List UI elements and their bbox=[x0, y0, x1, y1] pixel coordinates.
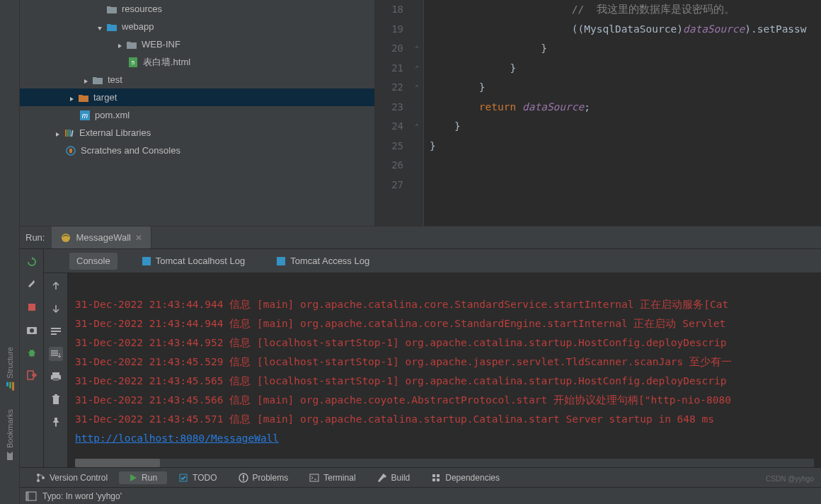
svg-rect-29 bbox=[53, 378, 59, 381]
web-folder-icon bbox=[106, 21, 117, 33]
console-tab[interactable]: Console bbox=[69, 253, 117, 270]
deps-icon bbox=[431, 473, 441, 483]
svg-rect-20 bbox=[277, 257, 285, 265]
log-icon bbox=[276, 256, 286, 266]
svg-rect-1 bbox=[9, 382, 11, 389]
run-config-tab[interactable]: MessageWall ✕ bbox=[52, 227, 151, 248]
svg-rect-39 bbox=[243, 479, 244, 481]
tree-label: target bbox=[93, 92, 117, 103]
camera-button[interactable] bbox=[25, 323, 39, 337]
todo-icon bbox=[178, 473, 188, 483]
tree-item-test[interactable]: test bbox=[20, 71, 374, 88]
svg-rect-9 bbox=[69, 130, 71, 137]
terminal-icon bbox=[309, 474, 319, 482]
svg-rect-8 bbox=[67, 130, 69, 137]
folder-icon bbox=[92, 74, 103, 86]
tree-item-webapp[interactable]: webapp bbox=[20, 18, 374, 35]
console-tabs: Console Tomcat Localhost Log Tomcat Acce… bbox=[44, 249, 821, 273]
tree-item-html[interactable]: 5表白墙.html bbox=[20, 53, 374, 71]
tree-label: External Libraries bbox=[79, 127, 151, 138]
run-panel-header: Run: MessageWall ✕ bbox=[20, 227, 821, 249]
tree-item-pom[interactable]: mpom.xml bbox=[20, 106, 374, 124]
svg-rect-19 bbox=[142, 257, 151, 265]
wrench-button[interactable] bbox=[25, 277, 39, 292]
tree-item-libraries[interactable]: External Libraries bbox=[20, 124, 374, 142]
access-log-tab[interactable]: Tomcat Access Log bbox=[269, 253, 377, 270]
clear-button[interactable] bbox=[49, 392, 63, 406]
exit-button[interactable] bbox=[25, 368, 39, 382]
svg-point-16 bbox=[30, 328, 34, 333]
collapse-arrow-icon[interactable] bbox=[116, 41, 123, 48]
tree-label: test bbox=[108, 74, 122, 85]
console-toolbar bbox=[44, 273, 68, 467]
status-icon[interactable] bbox=[25, 491, 37, 501]
build-tool[interactable]: Build bbox=[367, 471, 420, 484]
pin-button[interactable] bbox=[49, 415, 63, 429]
svg-rect-46 bbox=[26, 492, 29, 500]
scratches-icon bbox=[65, 145, 76, 156]
fold-gutter[interactable]: ⌃ ⌃ ⌃ ⌃ bbox=[411, 0, 423, 226]
svg-point-34 bbox=[37, 479, 40, 482]
project-tree[interactable]: resources webapp WEB-INF 5表白墙.html test … bbox=[20, 0, 375, 226]
run-tool[interactable]: Run bbox=[119, 471, 167, 484]
svg-rect-43 bbox=[432, 479, 435, 481]
svg-rect-23 bbox=[51, 333, 57, 335]
rerun-button[interactable] bbox=[25, 255, 39, 269]
watermark: CSDN @yyhgo bbox=[766, 475, 814, 483]
scroll-down-button[interactable] bbox=[49, 302, 63, 316]
soft-wrap-button[interactable] bbox=[49, 324, 63, 338]
stop-button[interactable] bbox=[25, 300, 39, 314]
code-content[interactable]: // 我这里的数据库是设密码的。 ((MysqlDataSource)dataS… bbox=[423, 0, 821, 226]
left-tool-window-bar[interactable]: Structure Bookmarks bbox=[0, 0, 20, 504]
dependencies-tool[interactable]: Dependencies bbox=[421, 471, 510, 484]
run-toolbar-left bbox=[20, 249, 44, 467]
play-icon bbox=[129, 474, 137, 482]
horizontal-scrollbar[interactable] bbox=[75, 459, 814, 467]
code-editor[interactable]: 18 19 20 21 22 23 24 25 26 27 ⌃ ⌃ ⌃ ⌃ bbox=[375, 0, 821, 226]
structure-tool[interactable]: Structure bbox=[4, 347, 16, 392]
collapse-arrow-icon[interactable] bbox=[82, 76, 89, 84]
todo-tool[interactable]: TODO bbox=[168, 471, 226, 484]
tree-item-resources[interactable]: resources bbox=[20, 0, 374, 18]
scroll-up-button[interactable] bbox=[49, 279, 63, 293]
tree-label: 表白墙.html bbox=[143, 56, 190, 69]
server-url-link[interactable]: http://localhost:8080/MessageWall bbox=[75, 433, 279, 444]
vcs-icon bbox=[35, 473, 45, 483]
print-button[interactable] bbox=[49, 370, 63, 384]
close-tab-icon[interactable]: ✕ bbox=[135, 233, 142, 243]
target-folder-icon bbox=[78, 92, 89, 103]
tree-label: resources bbox=[122, 4, 162, 14]
svg-rect-7 bbox=[65, 130, 67, 137]
tree-label: WEB-INF bbox=[142, 39, 180, 50]
tree-item-webinf[interactable]: WEB-INF bbox=[20, 35, 374, 53]
expand-arrow-icon[interactable] bbox=[96, 23, 103, 30]
scroll-to-end-button[interactable] bbox=[49, 347, 63, 361]
svg-rect-12 bbox=[69, 149, 72, 153]
bug-update-button[interactable] bbox=[25, 345, 39, 360]
console-output[interactable]: 31-Dec-2022 21:43:44.944 信息 [main] org.a… bbox=[68, 273, 821, 456]
version-control-tool[interactable]: Version Control bbox=[25, 471, 117, 484]
collapse-arrow-icon[interactable] bbox=[54, 130, 61, 137]
svg-rect-14 bbox=[28, 304, 35, 311]
svg-rect-30 bbox=[53, 397, 59, 404]
bookmarks-tool[interactable]: Bookmarks bbox=[4, 409, 16, 462]
log-icon bbox=[142, 256, 151, 266]
collapse-arrow-icon[interactable] bbox=[68, 94, 75, 101]
problems-tool[interactable]: Problems bbox=[229, 471, 299, 484]
svg-rect-32 bbox=[54, 394, 57, 396]
svg-rect-0 bbox=[12, 382, 14, 391]
svg-rect-22 bbox=[51, 331, 61, 332]
tree-item-scratches[interactable]: Scratches and Consoles bbox=[20, 142, 374, 159]
terminal-tool[interactable]: Terminal bbox=[299, 471, 365, 484]
tree-label: Scratches and Consoles bbox=[81, 145, 180, 156]
status-bar: Typo: In word 'yyhgo' bbox=[20, 487, 821, 504]
tomcat-icon bbox=[60, 232, 71, 244]
html-file-icon: 5 bbox=[127, 57, 139, 68]
status-message: Typo: In word 'yyhgo' bbox=[42, 491, 122, 501]
tree-item-target[interactable]: target bbox=[20, 88, 374, 106]
svg-rect-41 bbox=[432, 474, 435, 477]
tree-label: pom.xml bbox=[95, 110, 130, 120]
maven-file-icon: m bbox=[79, 110, 91, 121]
localhost-log-tab[interactable]: Tomcat Localhost Log bbox=[134, 253, 252, 270]
svg-rect-44 bbox=[437, 479, 440, 481]
